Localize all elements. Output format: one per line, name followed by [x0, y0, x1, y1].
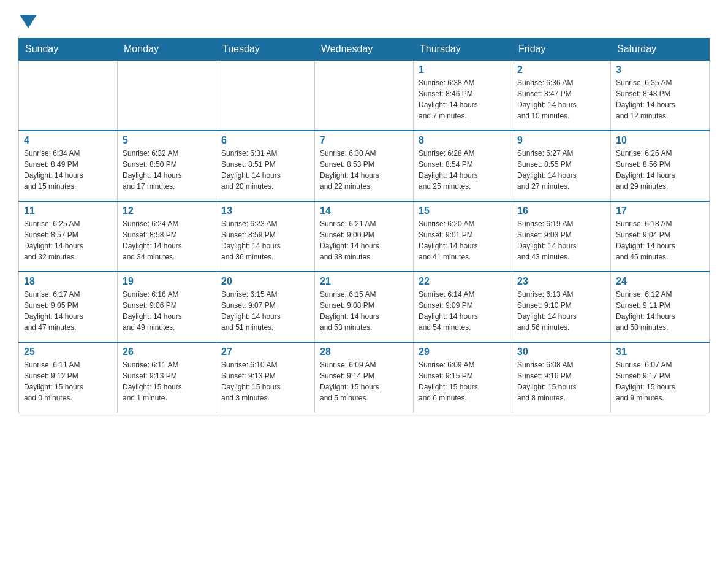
day-number: 14: [320, 205, 408, 216]
calendar-cell: [216, 60, 315, 131]
day-number: 3: [616, 64, 704, 75]
day-info: Sunrise: 6:23 AM Sunset: 8:59 PM Dayligh…: [221, 218, 309, 262]
day-number: 17: [616, 205, 704, 216]
day-info: Sunrise: 6:09 AM Sunset: 9:14 PM Dayligh…: [320, 359, 408, 404]
day-number: 20: [221, 276, 309, 287]
day-number: 30: [517, 347, 605, 358]
calendar-cell: 13Sunrise: 6:23 AM Sunset: 8:59 PM Dayli…: [216, 201, 315, 272]
week-row-5: 25Sunrise: 6:11 AM Sunset: 9:12 PM Dayli…: [19, 342, 710, 413]
day-number: 28: [320, 347, 408, 358]
calendar-cell: 30Sunrise: 6:08 AM Sunset: 9:16 PM Dayli…: [512, 342, 611, 413]
calendar-cell: 11Sunrise: 6:25 AM Sunset: 8:57 PM Dayli…: [19, 201, 118, 272]
calendar-cell: 18Sunrise: 6:17 AM Sunset: 9:05 PM Dayli…: [19, 272, 118, 342]
day-info: Sunrise: 6:14 AM Sunset: 9:09 PM Dayligh…: [419, 289, 507, 333]
calendar-cell: 16Sunrise: 6:19 AM Sunset: 9:03 PM Dayli…: [512, 201, 611, 272]
day-info: Sunrise: 6:26 AM Sunset: 8:56 PM Dayligh…: [616, 148, 704, 192]
day-number: 2: [517, 64, 605, 75]
week-row-2: 4Sunrise: 6:34 AM Sunset: 8:49 PM Daylig…: [19, 131, 710, 201]
calendar-cell: [19, 60, 118, 131]
day-info: Sunrise: 6:10 AM Sunset: 9:13 PM Dayligh…: [221, 359, 309, 404]
day-number: 10: [616, 135, 704, 146]
day-header-wednesday: Wednesday: [315, 39, 414, 61]
calendar-cell: 24Sunrise: 6:12 AM Sunset: 9:11 PM Dayli…: [611, 272, 710, 342]
day-info: Sunrise: 6:15 AM Sunset: 9:07 PM Dayligh…: [221, 289, 309, 333]
calendar-cell: [118, 60, 216, 131]
day-number: 19: [123, 276, 211, 287]
day-number: 23: [517, 276, 605, 287]
day-header-saturday: Saturday: [611, 39, 710, 61]
day-info: Sunrise: 6:38 AM Sunset: 8:46 PM Dayligh…: [419, 77, 507, 121]
day-number: 1: [419, 64, 507, 75]
calendar-cell: 17Sunrise: 6:18 AM Sunset: 9:04 PM Dayli…: [611, 201, 710, 272]
calendar-cell: 20Sunrise: 6:15 AM Sunset: 9:07 PM Dayli…: [216, 272, 315, 342]
day-header-tuesday: Tuesday: [216, 39, 315, 61]
calendar-cell: 5Sunrise: 6:32 AM Sunset: 8:50 PM Daylig…: [118, 131, 216, 201]
calendar-cell: 1Sunrise: 6:38 AM Sunset: 8:46 PM Daylig…: [414, 60, 512, 131]
day-number: 13: [221, 205, 309, 216]
day-info: Sunrise: 6:13 AM Sunset: 9:10 PM Dayligh…: [517, 289, 605, 333]
week-row-1: 1Sunrise: 6:38 AM Sunset: 8:46 PM Daylig…: [19, 60, 710, 131]
calendar-cell: 29Sunrise: 6:09 AM Sunset: 9:15 PM Dayli…: [414, 342, 512, 413]
day-info: Sunrise: 6:19 AM Sunset: 9:03 PM Dayligh…: [517, 218, 605, 262]
calendar-cell: 14Sunrise: 6:21 AM Sunset: 9:00 PM Dayli…: [315, 201, 414, 272]
day-number: 25: [24, 347, 112, 358]
week-row-4: 18Sunrise: 6:17 AM Sunset: 9:05 PM Dayli…: [19, 272, 710, 342]
day-info: Sunrise: 6:35 AM Sunset: 8:48 PM Dayligh…: [616, 77, 704, 121]
day-info: Sunrise: 6:07 AM Sunset: 9:17 PM Dayligh…: [616, 359, 704, 404]
calendar-cell: 2Sunrise: 6:36 AM Sunset: 8:47 PM Daylig…: [512, 60, 611, 131]
day-info: Sunrise: 6:31 AM Sunset: 8:51 PM Dayligh…: [221, 148, 309, 192]
day-number: 27: [221, 347, 309, 358]
week-row-3: 11Sunrise: 6:25 AM Sunset: 8:57 PM Dayli…: [19, 201, 710, 272]
day-number: 9: [517, 135, 605, 146]
calendar-cell: 8Sunrise: 6:28 AM Sunset: 8:54 PM Daylig…: [414, 131, 512, 201]
calendar-cell: 25Sunrise: 6:11 AM Sunset: 9:12 PM Dayli…: [19, 342, 118, 413]
calendar-cell: 7Sunrise: 6:30 AM Sunset: 8:53 PM Daylig…: [315, 131, 414, 201]
day-header-friday: Friday: [512, 39, 611, 61]
day-info: Sunrise: 6:21 AM Sunset: 9:00 PM Dayligh…: [320, 218, 408, 262]
day-number: 24: [616, 276, 704, 287]
day-header-sunday: Sunday: [19, 39, 118, 61]
day-info: Sunrise: 6:30 AM Sunset: 8:53 PM Dayligh…: [320, 148, 408, 192]
day-number: 18: [24, 276, 112, 287]
day-number: 21: [320, 276, 408, 287]
day-number: 8: [419, 135, 507, 146]
day-header-monday: Monday: [118, 39, 216, 61]
day-number: 26: [123, 347, 211, 358]
day-number: 22: [419, 276, 507, 287]
day-info: Sunrise: 6:17 AM Sunset: 9:05 PM Dayligh…: [24, 289, 112, 333]
calendar-cell: 3Sunrise: 6:35 AM Sunset: 8:48 PM Daylig…: [611, 60, 710, 131]
day-number: 29: [419, 347, 507, 358]
calendar-table: SundayMondayTuesdayWednesdayThursdayFrid…: [18, 38, 710, 413]
day-number: 16: [517, 205, 605, 216]
day-info: Sunrise: 6:15 AM Sunset: 9:08 PM Dayligh…: [320, 289, 408, 333]
day-number: 31: [616, 347, 704, 358]
calendar-cell: 26Sunrise: 6:11 AM Sunset: 9:13 PM Dayli…: [118, 342, 216, 413]
page-header: [18, 12, 710, 28]
day-info: Sunrise: 6:28 AM Sunset: 8:54 PM Dayligh…: [419, 148, 507, 192]
calendar-cell: 10Sunrise: 6:26 AM Sunset: 8:56 PM Dayli…: [611, 131, 710, 201]
day-number: 7: [320, 135, 408, 146]
logo-triangle-icon: [20, 15, 37, 28]
calendar-cell: 31Sunrise: 6:07 AM Sunset: 9:17 PM Dayli…: [611, 342, 710, 413]
calendar-cell: 4Sunrise: 6:34 AM Sunset: 8:49 PM Daylig…: [19, 131, 118, 201]
calendar-cell: 6Sunrise: 6:31 AM Sunset: 8:51 PM Daylig…: [216, 131, 315, 201]
day-info: Sunrise: 6:11 AM Sunset: 9:13 PM Dayligh…: [123, 359, 211, 404]
day-number: 11: [24, 205, 112, 216]
day-info: Sunrise: 6:09 AM Sunset: 9:15 PM Dayligh…: [419, 359, 507, 404]
day-number: 5: [123, 135, 211, 146]
calendar-cell: 15Sunrise: 6:20 AM Sunset: 9:01 PM Dayli…: [414, 201, 512, 272]
calendar-cell: 28Sunrise: 6:09 AM Sunset: 9:14 PM Dayli…: [315, 342, 414, 413]
day-info: Sunrise: 6:24 AM Sunset: 8:58 PM Dayligh…: [123, 218, 211, 262]
calendar-header-row: SundayMondayTuesdayWednesdayThursdayFrid…: [19, 39, 710, 61]
day-info: Sunrise: 6:36 AM Sunset: 8:47 PM Dayligh…: [517, 77, 605, 121]
day-info: Sunrise: 6:11 AM Sunset: 9:12 PM Dayligh…: [24, 359, 112, 404]
calendar-cell: 21Sunrise: 6:15 AM Sunset: 9:08 PM Dayli…: [315, 272, 414, 342]
calendar-cell: 12Sunrise: 6:24 AM Sunset: 8:58 PM Dayli…: [118, 201, 216, 272]
day-info: Sunrise: 6:16 AM Sunset: 9:06 PM Dayligh…: [123, 289, 211, 333]
calendar-cell: 27Sunrise: 6:10 AM Sunset: 9:13 PM Dayli…: [216, 342, 315, 413]
calendar-cell: 9Sunrise: 6:27 AM Sunset: 8:55 PM Daylig…: [512, 131, 611, 201]
logo: [18, 12, 37, 28]
calendar-cell: 19Sunrise: 6:16 AM Sunset: 9:06 PM Dayli…: [118, 272, 216, 342]
day-info: Sunrise: 6:18 AM Sunset: 9:04 PM Dayligh…: [616, 218, 704, 262]
day-info: Sunrise: 6:34 AM Sunset: 8:49 PM Dayligh…: [24, 148, 112, 192]
